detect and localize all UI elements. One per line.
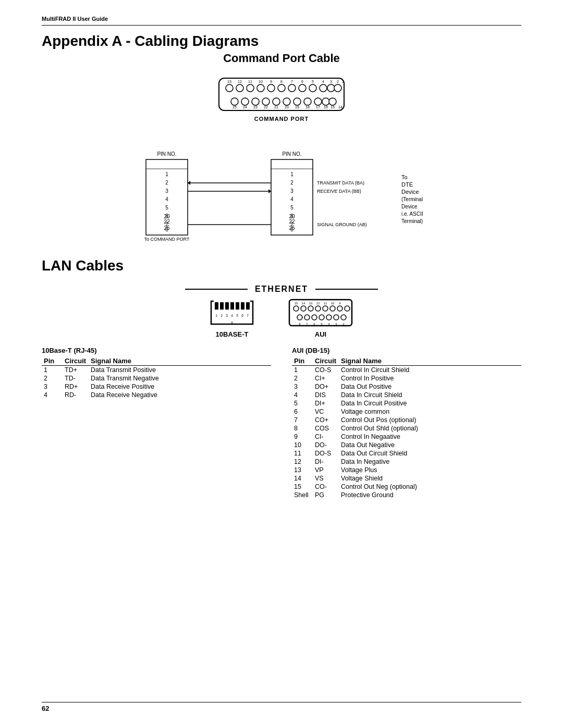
table-row: 7CO+Control Out Pos (optional) (292, 416, 521, 424)
svg-rect-101 (241, 302, 244, 310)
svg-text:5: 5 (312, 80, 314, 83)
svg-text:5: 5 (290, 205, 293, 211)
svg-text:1: 1 (290, 171, 293, 177)
table-row: 5DI+Data In Circuit Positive (292, 399, 521, 408)
svg-point-3 (247, 84, 254, 92)
aui-label: AUI (315, 330, 326, 338)
th-signal-10baset: Signal Name (89, 356, 271, 366)
db15-group: 15 14 13 12 11 10 9 8 7 6 5 4 3 2 AUI (287, 297, 354, 338)
svg-text:12: 12 (238, 80, 242, 83)
svg-text:12: 12 (316, 302, 320, 305)
svg-text:7: 7 (247, 314, 249, 317)
svg-point-6 (278, 84, 285, 92)
svg-point-26 (241, 98, 249, 105)
svg-text:24: 24 (243, 105, 247, 109)
svg-rect-111 (289, 300, 352, 326)
svg-text:10: 10 (331, 302, 335, 305)
svg-point-4 (257, 84, 264, 92)
wiring-svg: PIN NO. 1 2 3 4 5 6 7 8 PIN NO. 1 2 3 4 … (125, 127, 438, 242)
svg-point-116 (323, 306, 328, 311)
table-row: 2CI+Control In Positive (292, 374, 521, 382)
db25-svg: 13 12 11 10 9 8 7 6 5 4 3 2 (214, 76, 349, 113)
svg-point-5 (267, 84, 275, 92)
ethernet-diagram-area: ETHERNET 1 2 (42, 285, 521, 338)
svg-point-126 (341, 315, 346, 320)
svg-point-28 (262, 98, 270, 105)
svg-text:To COMMAND PORT: To COMMAND PORT (144, 237, 190, 242)
table-row: 14VSVoltage Shield (292, 474, 521, 483)
header-brand: MultiFRAD II User Guide (42, 16, 521, 25)
svg-text:2: 2 (290, 180, 293, 186)
ethernet-bar-left (185, 289, 248, 290)
svg-rect-100 (236, 302, 239, 310)
svg-text:4: 4 (322, 80, 324, 83)
svg-text:5: 5 (165, 205, 168, 211)
rj45-svg: 1 2 3 4 5 6 7 8 (209, 297, 255, 328)
svg-rect-96 (215, 302, 218, 310)
table-10baset: 10Base-T (RJ-45) Pin Circuit Signal Name… (42, 347, 271, 399)
svg-text:1: 1 (165, 171, 168, 177)
appendix-title: Appendix A - Cabling Diagrams (42, 33, 521, 50)
svg-point-125 (334, 315, 339, 320)
svg-text:3: 3 (226, 314, 228, 317)
svg-point-124 (326, 315, 332, 320)
svg-text:PIN NO.: PIN NO. (157, 151, 176, 157)
svg-point-1 (226, 84, 233, 92)
table-row: 4DISData In Circuit Shield (292, 391, 521, 399)
table-row: 15CO-Control Out Neg (optional) (292, 483, 521, 491)
svg-text:21: 21 (274, 105, 278, 109)
svg-point-35 (329, 98, 336, 105)
svg-text:Device: Device (401, 204, 418, 209)
svg-point-117 (330, 306, 335, 311)
page-number: 62 (42, 705, 49, 712)
svg-text:10: 10 (259, 80, 263, 83)
svg-rect-98 (225, 302, 229, 310)
svg-text:16: 16 (324, 105, 328, 109)
svg-text:i.e. ASCII: i.e. ASCII (401, 211, 423, 217)
svg-text:14: 14 (338, 105, 342, 109)
svg-text:TRANSMIT DATA (BA): TRANSMIT DATA (BA) (317, 180, 364, 186)
svg-text:2: 2 (221, 314, 223, 317)
svg-text:22: 22 (264, 105, 268, 109)
svg-text:9: 9 (270, 80, 272, 83)
table-row: 6VCVoltage common (292, 408, 521, 416)
th-signal-aui: Signal Name (339, 356, 521, 366)
svg-point-27 (252, 98, 259, 105)
svg-text:22: 22 (289, 219, 295, 225)
svg-point-118 (337, 306, 342, 311)
svg-text:6: 6 (241, 314, 243, 317)
svg-point-122 (312, 315, 317, 320)
svg-point-115 (315, 306, 321, 311)
svg-rect-102 (246, 302, 250, 310)
svg-point-9 (309, 84, 316, 92)
svg-point-32 (304, 98, 311, 105)
base-t-label: 10BASE-T (216, 330, 249, 338)
svg-text:25: 25 (232, 105, 237, 109)
svg-text:SIGNAL GROUND (AB): SIGNAL GROUND (AB) (317, 222, 367, 227)
svg-text:22: 22 (164, 219, 170, 225)
table-row: 13VPVoltage Plus (292, 466, 521, 474)
connectors-row: 1 2 3 4 5 6 7 8 10BASE-T (209, 297, 354, 338)
pin-table-aui: Pin Circuit Signal Name 1CO-SControl In … (292, 356, 521, 499)
table-row: 3DO+Data Out Positive (292, 382, 521, 391)
svg-text:4: 4 (231, 314, 233, 317)
table-row: 3RD+Data Receive Positive (42, 382, 271, 391)
svg-text:18: 18 (305, 105, 310, 109)
svg-text:8: 8 (280, 80, 283, 83)
table-row: 11DO-SData Out Circuit Shield (292, 449, 521, 458)
svg-text:3: 3 (165, 188, 168, 194)
svg-text:8: 8 (231, 321, 233, 325)
svg-point-112 (293, 306, 299, 311)
svg-text:13: 13 (227, 80, 231, 83)
svg-point-7 (288, 84, 296, 92)
svg-text:19: 19 (295, 105, 299, 109)
command-port-label: COMMAND PORT (254, 116, 309, 122)
th-pin-aui: Pin (292, 356, 313, 366)
ethernet-bar: ETHERNET (185, 285, 378, 294)
svg-text:3: 3 (290, 188, 293, 194)
svg-text:RECEIVE DATA (BB): RECEIVE DATA (BB) (317, 189, 361, 194)
svg-text:1: 1 (342, 80, 344, 83)
th-circuit-aui: Circuit (313, 356, 339, 366)
table-row: 9CI-Control In Negaative (292, 433, 521, 441)
svg-rect-97 (220, 302, 224, 310)
